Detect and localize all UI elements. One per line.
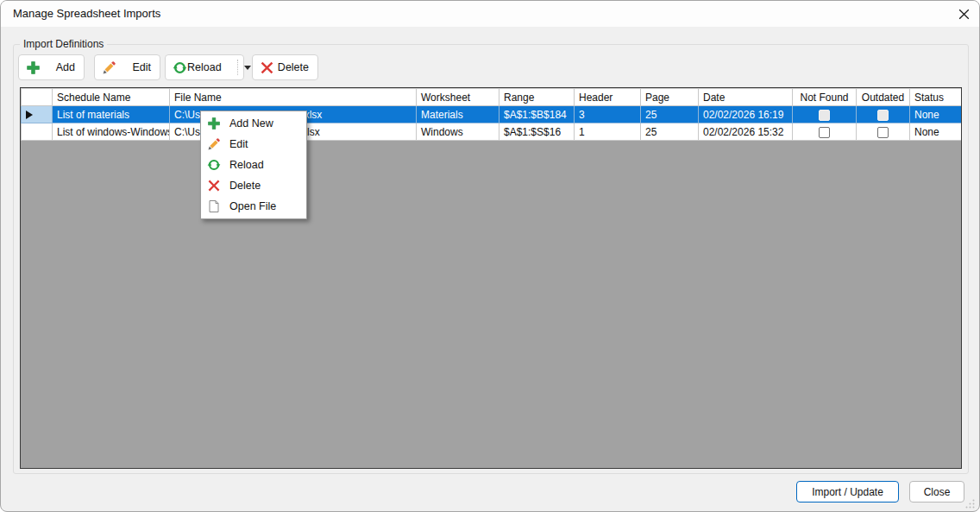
current-row-arrow-icon: [26, 111, 33, 119]
document-icon: [207, 199, 221, 213]
col-header-page[interactable]: Page: [641, 89, 699, 106]
split-separator: [237, 60, 238, 75]
import-update-button[interactable]: Import / Update: [796, 481, 899, 503]
menu-item-label: Reload: [229, 159, 264, 171]
delete-button[interactable]: Delete: [252, 54, 318, 80]
delete-x-icon: [207, 179, 221, 193]
edit-button[interactable]: Edit: [94, 54, 160, 80]
menu-item-label: Open File: [229, 200, 276, 212]
col-header-range[interactable]: Range: [499, 89, 575, 106]
cell-worksheet[interactable]: Materials: [417, 106, 499, 123]
table-row-windows[interactable]: List of windows-Windows C:\Users\...\Lis…: [22, 123, 962, 141]
cell-header[interactable]: 3: [575, 106, 641, 123]
header-row: Schedule Name File Name Worksheet Range …: [22, 89, 962, 106]
cell-worksheet[interactable]: Windows: [417, 123, 499, 141]
dialog-manage-spreadsheet-imports: Manage Spreadsheet Imports Import Defini…: [0, 0, 980, 512]
menu-item-label: Add New: [229, 117, 273, 130]
cell-page[interactable]: 25: [641, 106, 699, 123]
cell-status[interactable]: None: [910, 106, 962, 123]
cell-outdated[interactable]: [857, 106, 910, 123]
col-header-selector: [22, 89, 53, 106]
cell-outdated[interactable]: [857, 123, 910, 141]
chevron-down-icon[interactable]: [244, 66, 251, 70]
resize-grip[interactable]: [964, 497, 976, 509]
menu-item-reload[interactable]: Reload: [201, 155, 306, 175]
close-button-label: Close: [924, 486, 951, 498]
col-header-not-found[interactable]: Not Found: [793, 89, 857, 106]
menu-item-open-file[interactable]: Open File: [201, 196, 306, 217]
cell-date[interactable]: 02/02/2026 15:32: [699, 123, 793, 141]
imports-data-grid: Schedule Name File Name Worksheet Range …: [20, 87, 962, 469]
delete-x-icon: [260, 60, 274, 75]
col-header-date[interactable]: Date: [699, 89, 793, 106]
cell-date[interactable]: 02/02/2026 16:19: [699, 106, 793, 123]
col-header-outdated[interactable]: Outdated: [857, 89, 910, 106]
cell-not-found[interactable]: [793, 123, 857, 141]
pencil-icon: [102, 60, 116, 75]
plus-icon: [26, 60, 41, 75]
context-menu: Add New Edit Reload: [200, 111, 307, 219]
cell-range[interactable]: $A$1:$B$184: [499, 106, 575, 123]
not-found-checkbox[interactable]: [819, 110, 830, 121]
cell-schedule-name[interactable]: List of windows-Windows: [53, 123, 170, 141]
outdated-checkbox[interactable]: [877, 127, 889, 138]
plus-icon: [207, 117, 221, 130]
reload-icon: [207, 158, 221, 172]
col-header-status[interactable]: Status: [910, 89, 962, 106]
menu-item-delete[interactable]: Delete: [201, 175, 306, 196]
outdated-checkbox[interactable]: [877, 110, 889, 121]
row-selector-cell[interactable]: [22, 106, 53, 123]
add-button[interactable]: Add: [18, 54, 85, 80]
menu-item-add-new[interactable]: Add New: [201, 113, 306, 134]
not-found-checkbox[interactable]: [819, 127, 830, 138]
col-header-worksheet[interactable]: Worksheet: [417, 89, 499, 106]
reload-split-button[interactable]: Reload: [165, 54, 244, 80]
import-update-button-label: Import / Update: [812, 486, 883, 498]
pencil-icon: [207, 137, 221, 151]
cell-schedule-name[interactable]: List of materials: [53, 106, 170, 123]
title-bar: Manage Spreadsheet Imports: [1, 1, 979, 27]
reload-button-label: Reload: [187, 61, 222, 73]
group-label: Import Definitions: [20, 38, 107, 50]
table-row-materials[interactable]: List of materials C:\Users\...\List of m…: [22, 106, 962, 123]
menu-item-label: Delete: [229, 180, 261, 192]
col-header-header[interactable]: Header: [575, 89, 641, 106]
delete-button-label: Delete: [278, 61, 309, 73]
col-header-file-name[interactable]: File Name: [170, 89, 417, 106]
window-title: Manage Spreadsheet Imports: [13, 1, 160, 27]
col-header-schedule-name[interactable]: Schedule Name: [53, 89, 170, 106]
cell-range[interactable]: $A$1:$S$16: [499, 123, 575, 141]
cell-not-found[interactable]: [793, 106, 857, 123]
cell-status[interactable]: None: [910, 123, 962, 141]
menu-item-label: Edit: [229, 138, 248, 150]
close-icon[interactable]: [957, 7, 971, 22]
cell-page[interactable]: 25: [641, 123, 699, 141]
imports-table: Schedule Name File Name Worksheet Range …: [21, 88, 962, 141]
cell-header[interactable]: 1: [575, 123, 641, 141]
edit-button-label: Edit: [132, 61, 151, 73]
close-button[interactable]: Close: [909, 481, 964, 503]
menu-item-edit[interactable]: Edit: [201, 134, 306, 155]
add-button-label: Add: [56, 61, 75, 73]
row-selector-cell[interactable]: [22, 123, 53, 141]
reload-icon: [173, 60, 187, 75]
